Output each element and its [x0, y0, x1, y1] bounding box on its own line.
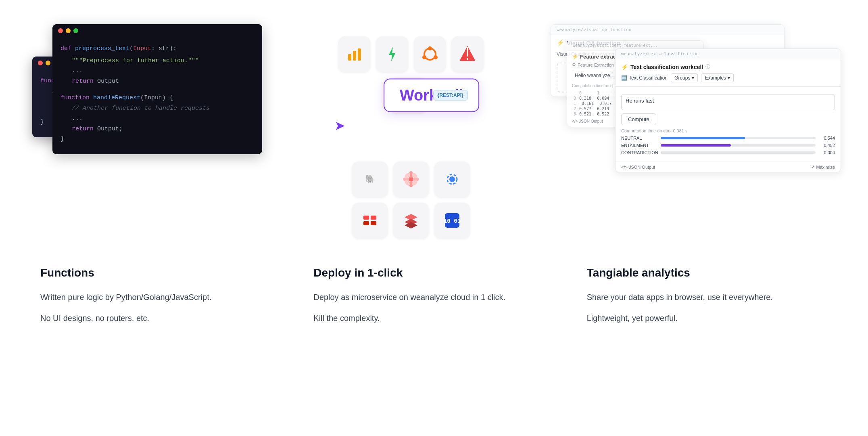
- feature-title-deploy: Deploy in 1-click: [313, 266, 554, 279]
- svg-rect-29: [371, 221, 376, 225]
- result-label-entailment: ENTAILMENT: [621, 143, 657, 148]
- integration-icon-gear: [434, 161, 470, 197]
- svg-rect-28: [363, 221, 369, 225]
- ui-section: weanalyze/visual-qa-function ⚡ Visual QA…: [551, 24, 828, 218]
- text-class-subtitle-row: 🔤 Text Classification: [621, 75, 668, 81]
- text-class-input[interactable]: He runs fast: [621, 94, 835, 110]
- svg-marker-3: [389, 47, 395, 61]
- text-classification-panel: weanalyze/text-classification ⚡ Text cla…: [615, 48, 841, 172]
- result-row-neutral: NEUTRAL 0.544: [621, 136, 835, 140]
- svg-point-5: [428, 46, 432, 50]
- dot-red-back: [38, 61, 43, 65]
- icon-row-3: 🐘: [338, 161, 484, 197]
- visual-qa-url: weanalyze/visual-qa-function: [551, 25, 784, 35]
- result-bar-neutral-container: [661, 137, 816, 139]
- bottom-section: Functions Written pure logic by Python/G…: [40, 258, 828, 333]
- groups-dropdown[interactable]: Groups ▾: [671, 73, 698, 82]
- top-section: function handleRequest(Input) { // Anoth…: [40, 24, 828, 218]
- visual-qa-title-icon: ⚡: [557, 39, 564, 46]
- feature-para-functions-2: No UI designs, no routers, etc.: [40, 312, 281, 325]
- text-class-info: ⓘ: [705, 63, 710, 70]
- integration-icon-binary: 10 01: [434, 203, 470, 238]
- svg-text:10
01: 10 01: [444, 218, 461, 224]
- svg-rect-1: [353, 51, 356, 61]
- feature-ext-icon: ⚡: [572, 54, 578, 60]
- text-class-header: ⚡ Text classification workcell ⓘ 🔤 Text …: [616, 59, 841, 87]
- svg-point-6: [434, 55, 438, 59]
- rest-api-badge: {REST:API}: [433, 90, 468, 101]
- json-output-label[interactable]: </> JSON Output: [621, 165, 655, 170]
- integration-icon-bar-chart: [338, 36, 371, 72]
- integration-icon-cycle: [414, 36, 446, 72]
- text-class-controls: 🔤 Text Classification Groups ▾ Examples …: [621, 73, 835, 82]
- result-bar-entailment-container: [661, 144, 816, 147]
- text-class-body: He runs fast Compute Computation time on…: [616, 87, 841, 161]
- feature-card-deploy: Deploy in 1-click Deploy as microservice…: [313, 266, 554, 333]
- text-class-url: weanalyze/text-classification: [616, 49, 841, 59]
- feature-para-deploy-1: Deploy as microservice on weanalyze clou…: [313, 291, 554, 304]
- result-label-neutral: NEUTRAL: [621, 136, 657, 140]
- svg-rect-2: [358, 48, 361, 61]
- feature-para-analytics-1: Share your data apps in browser, use it …: [587, 291, 828, 304]
- result-row-entailment: ENTAILMENT 0.452: [621, 143, 835, 148]
- svg-rect-27: [371, 216, 376, 220]
- integration-icon-flash: [376, 36, 408, 72]
- compute-button[interactable]: Compute: [621, 113, 656, 125]
- feature-title-functions: Functions: [40, 266, 281, 279]
- result-label-contradiction: CONTRADICTION: [621, 150, 657, 155]
- feature-para-deploy-2: Kill the complexity.: [313, 312, 554, 325]
- integration-icon-elephant: 🐘: [352, 161, 388, 197]
- json-output-row: </> JSON Output ⤢ Maximize: [616, 161, 841, 172]
- result-bar-entailment-fill: [661, 144, 731, 147]
- result-value-neutral: 0.544: [819, 136, 835, 140]
- svg-rect-0: [348, 54, 351, 61]
- feature-para-analytics-2: Lightweight, yet powerful.: [587, 312, 828, 325]
- dot-yellow-back: [46, 61, 50, 65]
- results-section: NEUTRAL 0.544 ENTAILMENT 0.452: [621, 136, 835, 155]
- icon-row-1: [338, 36, 484, 72]
- dot-yellow-front: [66, 28, 71, 33]
- text-class-title-icon: ⚡: [621, 64, 628, 70]
- titlebar-front: [52, 24, 262, 37]
- result-bar-contradiction-container: [661, 151, 816, 154]
- result-value-entailment: 0.452: [819, 143, 835, 148]
- dot-green-front: [73, 28, 78, 33]
- result-row-contradiction: CONTRADICTION 0.004: [621, 150, 835, 155]
- main-container: function handleRequest(Input) { // Anoth…: [0, 0, 868, 365]
- icon-row-4: 10 01: [338, 203, 484, 238]
- text-class-title: ⚡ Text classification workcell ⓘ: [621, 63, 835, 70]
- code-body-front: def preprocess_text(Input: str): """Prep…: [52, 37, 262, 154]
- integration-icon-triangle: [451, 36, 484, 72]
- integration-icon-aws: [352, 203, 388, 238]
- compute-time-label: Computation time on cpu: 0.081 s: [621, 128, 835, 133]
- integrations-section: Workcell {REST:API} ➤ 🐘: [296, 24, 527, 218]
- icon-row-2: Workcell {REST:API}: [338, 78, 484, 113]
- svg-point-7: [422, 55, 426, 59]
- dot-red-front: [58, 28, 63, 33]
- feature-card-functions: Functions Written pure logic by Python/G…: [40, 266, 281, 333]
- feature-para-functions-1: Written pure logic by Python/Golang/Java…: [40, 291, 281, 304]
- svg-point-24: [449, 176, 455, 182]
- feature-card-analytics: Tangiable analytics Share your data apps…: [587, 266, 828, 333]
- result-bar-contradiction-fill: [661, 151, 661, 154]
- integration-icon-layers: [393, 203, 429, 238]
- result-value-contradiction: 0.004: [819, 150, 835, 155]
- integration-icon-flower: [393, 161, 429, 197]
- arrow-icon: ➤: [334, 118, 345, 133]
- examples-dropdown[interactable]: Examples ▾: [701, 73, 734, 82]
- maximize-button[interactable]: ⤢ Maximize: [811, 164, 835, 170]
- integrations-wrapper: Workcell {REST:API} ➤ 🐘: [338, 36, 484, 206]
- result-bar-neutral-fill: [661, 137, 745, 139]
- feature-title-analytics: Tangiable analytics: [587, 266, 828, 279]
- svg-rect-26: [363, 216, 369, 220]
- code-section: function handleRequest(Input) { // Anoth…: [40, 24, 271, 218]
- code-window-front: def preprocess_text(Input: str): """Prep…: [52, 24, 262, 154]
- svg-text:🐘: 🐘: [365, 174, 375, 184]
